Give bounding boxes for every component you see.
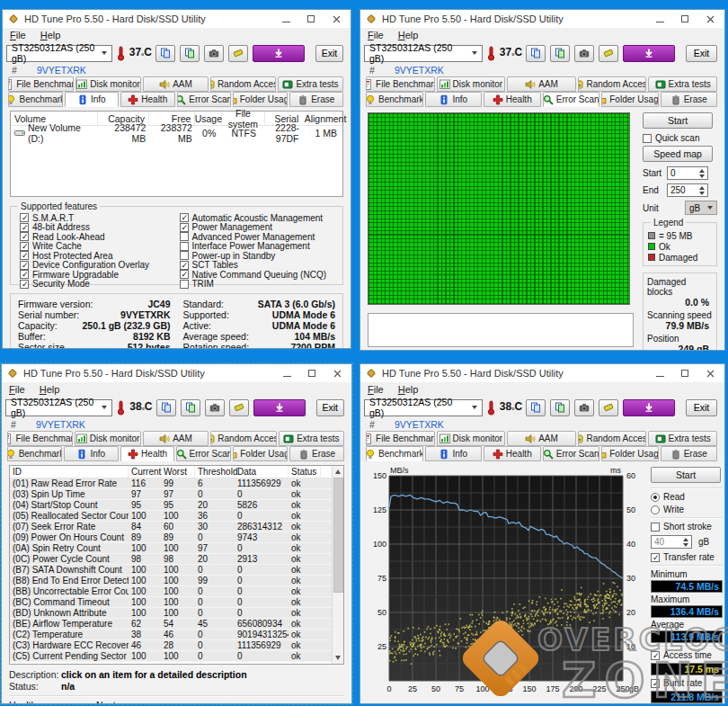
smart-row[interactable]: (09) Power On Hours Count898909743ok: [10, 532, 332, 543]
feature-advanced-power-management[interactable]: Advanced Power Management: [180, 232, 340, 242]
save-button[interactable]: [228, 45, 248, 62]
tab-folder-usage[interactable]: Folder Usage: [601, 446, 659, 461]
close-button[interactable]: [705, 368, 715, 379]
tab-file-benchmark[interactable]: File Benchmark: [366, 76, 435, 92]
tab-file-benchmark[interactable]: File Benchmark: [8, 76, 74, 92]
drive-select[interactable]: ST3250312AS (250 gB): [364, 399, 483, 416]
feature-native-command-queuing-ncq-[interactable]: Native Command Queuing (NCQ): [180, 270, 340, 280]
tab-disk-monitor[interactable]: Disk monitor: [437, 431, 506, 446]
feature-firmware-upgradable[interactable]: Firmware Upgradable: [20, 270, 180, 280]
titlebar[interactable]: HD Tune Pro 5.50 - Hard Disk/SSD Utility: [360, 364, 724, 382]
smart-col-status[interactable]: Status: [289, 466, 321, 478]
minimize-button[interactable]: [654, 368, 665, 379]
feature-write-cache[interactable]: Write Cache: [20, 242, 180, 252]
menu-help[interactable]: Help: [40, 384, 60, 395]
tab-erase[interactable]: Erase: [661, 92, 718, 107]
menu-help[interactable]: Help: [398, 30, 419, 40]
drive-select[interactable]: ST3250312AS (250 gB): [6, 45, 112, 62]
close-button[interactable]: [331, 13, 342, 24]
smart-row[interactable]: (BD) Unknown Attribute10010000ok: [10, 608, 332, 619]
tab-error-scan[interactable]: Error Scan: [177, 92, 232, 107]
menu-file[interactable]: File: [10, 30, 26, 40]
smart-col-worst[interactable]: Worst: [161, 466, 195, 478]
tab-info[interactable]: Info: [425, 92, 483, 107]
tab-disk-monitor[interactable]: Disk monitor: [75, 431, 140, 446]
menu-file[interactable]: File: [9, 384, 25, 395]
exit-button[interactable]: Exit: [686, 399, 717, 416]
feature-s-m-a-r-t[interactable]: S.M.A.R.T: [20, 213, 180, 223]
drive-select[interactable]: ST3250312AS (250 gB): [5, 399, 112, 416]
feature-trim[interactable]: TRIM: [180, 280, 340, 290]
smart-row[interactable]: (B7) SATA Downshift Count10010000ok: [10, 565, 332, 576]
download-button[interactable]: [623, 399, 675, 416]
feature-interface-power-management[interactable]: Interface Power Management: [180, 242, 340, 252]
tab-error-scan[interactable]: Error Scan: [176, 446, 231, 461]
tab-benchmark[interactable]: Benchmark: [366, 446, 423, 461]
feature-security-mode[interactable]: Security Mode: [20, 280, 180, 290]
tab-health[interactable]: Health: [484, 92, 541, 107]
smart-row[interactable]: (C3) Hardware ECC Recovered4628011135692…: [10, 640, 332, 651]
smart-col-threshold[interactable]: Threshold: [195, 466, 235, 478]
volume-row[interactable]: New Volume (D:) 238472 MB 238372 MB 0% N…: [11, 126, 342, 139]
smart-col-data[interactable]: Data: [235, 466, 289, 478]
quick-scan-option[interactable]: Quick scan: [643, 133, 717, 143]
start-button[interactable]: Start: [651, 467, 721, 483]
tab-folder-usage[interactable]: Folder Usage: [601, 92, 659, 107]
smart-row[interactable]: (07) Seek Error Rate846030286314312ok: [10, 522, 332, 532]
exit-button[interactable]: Exit: [316, 399, 345, 416]
minimize-button[interactable]: [280, 13, 291, 24]
smart-row[interactable]: (03) Spin Up Time979700ok: [10, 489, 332, 500]
start-button[interactable]: Start: [643, 112, 713, 129]
smart-row[interactable]: (05) Reallocated Sector Count100100360ok: [10, 511, 332, 522]
feature-automatic-acoustic-management[interactable]: Automatic Acoustic Management: [180, 213, 340, 223]
camera-button[interactable]: [205, 399, 225, 416]
smart-row[interactable]: (BE) Airflow Temperature625445656080934o…: [10, 619, 332, 630]
minimize-button[interactable]: [654, 13, 665, 24]
tab-disk-monitor[interactable]: Disk monitor: [75, 76, 141, 92]
copy-pages-green-button[interactable]: [550, 399, 570, 416]
tab-extra-tests[interactable]: Extra tests: [648, 431, 717, 446]
smart-row[interactable]: (0A) Spin Retry Count100100970ok: [10, 543, 332, 554]
menu-file[interactable]: File: [368, 30, 384, 40]
tab-random-access[interactable]: Random Access: [578, 431, 647, 446]
tab-extra-tests[interactable]: Extra tests: [648, 76, 717, 92]
tab-folder-usage[interactable]: Folder Usage: [233, 92, 288, 107]
tab-aam[interactable]: AAM: [143, 431, 209, 446]
feature-power-up-in-standby[interactable]: Power-up in Standby: [180, 251, 340, 261]
smart-row[interactable]: (01) Raw Read Error Rate116996111356929o…: [10, 478, 332, 489]
camera-button[interactable]: [574, 45, 594, 62]
tab-benchmark[interactable]: Benchmark: [8, 92, 63, 107]
tab-benchmark[interactable]: Benchmark: [366, 92, 423, 107]
feature-power-management[interactable]: Power Management: [180, 223, 340, 233]
scrollbar[interactable]: [332, 466, 343, 664]
titlebar[interactable]: HD Tune Pro 5.50 - Hard Disk/SSD Utility: [3, 10, 351, 28]
copy-pages-button[interactable]: [155, 45, 175, 62]
menu-help[interactable]: Help: [398, 384, 419, 395]
tab-aam[interactable]: AAM: [507, 76, 576, 92]
tab-error-scan[interactable]: Error Scan: [543, 92, 600, 107]
exit-button[interactable]: Exit: [686, 45, 717, 62]
tab-erase[interactable]: Erase: [661, 446, 718, 461]
tab-file-benchmark[interactable]: File Benchmark: [366, 431, 435, 446]
tab-health[interactable]: Health: [120, 92, 175, 107]
tab-folder-usage[interactable]: Folder Usage: [233, 446, 288, 461]
burst-rate-option[interactable]: Burst rate: [651, 678, 723, 688]
write-radio[interactable]: Write: [651, 505, 723, 514]
menu-help[interactable]: Help: [40, 30, 61, 40]
save-button[interactable]: [229, 399, 249, 416]
camera-button[interactable]: [574, 399, 594, 416]
copy-pages-green-button[interactable]: [180, 45, 200, 62]
tab-aam[interactable]: AAM: [143, 76, 209, 92]
tab-random-access[interactable]: Random Access: [210, 431, 276, 446]
scan-start-spinner[interactable]: 0: [667, 166, 708, 180]
short-stroke-option[interactable]: Short stroke: [651, 522, 723, 532]
download-button[interactable]: [253, 45, 305, 62]
smart-row[interactable]: (BC) Command Timeout10010000ok: [10, 597, 332, 608]
tab-erase[interactable]: Erase: [289, 446, 344, 461]
tab-file-benchmark[interactable]: File Benchmark: [7, 431, 73, 446]
feature-sct-tables[interactable]: SCT Tables: [180, 261, 340, 271]
copy-pages-green-button[interactable]: [550, 45, 570, 62]
smart-col-current[interactable]: Current: [129, 466, 161, 478]
close-button[interactable]: [332, 368, 342, 379]
feature-48-bit-address[interactable]: 48-bit Address: [20, 223, 180, 233]
